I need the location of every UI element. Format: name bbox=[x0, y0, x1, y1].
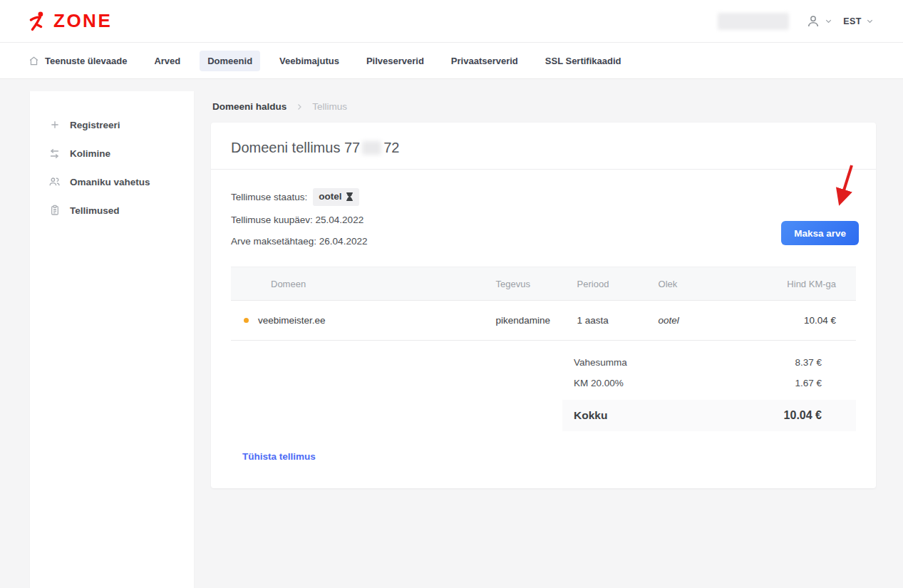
row-price: 10.04 € bbox=[731, 301, 856, 341]
row-state: ootel bbox=[650, 301, 731, 341]
nav-item-ssl-sertifikaadid[interactable]: SSL Sertifikaadid bbox=[537, 51, 629, 71]
nav-item-label: Arved bbox=[154, 56, 180, 66]
order-card: Domeeni tellimus 7772 Tellimuse staatus:… bbox=[211, 123, 876, 488]
content: Domeeni haldus Tellimus Domeeni tellimus… bbox=[211, 101, 876, 488]
column-header-domeen: Domeen bbox=[231, 267, 487, 301]
chevron-down-icon bbox=[824, 16, 833, 26]
transfer-icon bbox=[48, 148, 61, 160]
nav-item-label: Teenuste ülevaade bbox=[45, 56, 127, 66]
nav-item-label: Domeenid bbox=[207, 56, 252, 66]
nav-item-label: Pilveserverid bbox=[366, 56, 424, 66]
nav-item-label: Veebimajutus bbox=[279, 56, 339, 66]
sidebar-item-registreeri[interactable]: Registreeri bbox=[48, 110, 194, 139]
column-header-hind: Hind KM-ga bbox=[731, 267, 856, 301]
summary-subtotal-row: Vahesumma 8.37 € bbox=[562, 352, 856, 373]
breadcrumb-domeeni-haldus[interactable]: Domeeni haldus bbox=[212, 101, 287, 112]
nav-item-label: Privaatserverid bbox=[451, 56, 518, 66]
clipboard-icon bbox=[48, 205, 61, 216]
sidebar-item-kolimine[interactable]: Kolimine bbox=[48, 139, 194, 167]
total-label: Kokku bbox=[574, 409, 607, 422]
pay-invoice-button[interactable]: Maksa arve bbox=[781, 221, 859, 245]
column-header-olek: Olek bbox=[650, 267, 731, 301]
main-area: Registreeri Kolimine Omaniku vahetus bbox=[0, 79, 903, 588]
order-card-body: Tellimuse staatus: ootel Tellimuse kuupä… bbox=[211, 170, 876, 488]
nav-item-arved[interactable]: Arved bbox=[146, 51, 188, 71]
plus-icon bbox=[48, 119, 61, 130]
total-value: 10.04 € bbox=[784, 409, 822, 422]
nav-item-teenuste-ulevaade[interactable]: Teenuste ülevaade bbox=[21, 51, 135, 71]
sidebar: Registreeri Kolimine Omaniku vahetus bbox=[30, 91, 194, 588]
brand-wordmark: ZONE bbox=[53, 11, 112, 31]
sidebar-item-tellimused[interactable]: Tellimused bbox=[48, 196, 194, 225]
home-icon bbox=[29, 56, 39, 66]
cancel-order-link[interactable]: Tühista tellimus bbox=[242, 451, 316, 462]
nav-item-veebimajutus[interactable]: Veebimajutus bbox=[272, 51, 347, 71]
row-action: pikendamine bbox=[487, 301, 569, 341]
runner-icon bbox=[29, 11, 48, 32]
language-label: EST bbox=[843, 16, 862, 26]
redacted-account-name bbox=[718, 13, 789, 30]
nav-item-pilveserverid[interactable]: Pilveserverid bbox=[358, 51, 432, 71]
language-selector[interactable]: EST bbox=[843, 16, 874, 26]
order-card-header: Domeeni tellimus 7772 bbox=[211, 123, 876, 170]
table-header-row: Domeen Tegevus Periood Olek Hind KM-ga bbox=[231, 267, 856, 301]
status-badge: ootel bbox=[313, 188, 358, 206]
row-period: 1 aasta bbox=[569, 301, 650, 341]
chevron-right-icon bbox=[295, 103, 304, 111]
sidebar-item-label: Registreeri bbox=[70, 120, 120, 130]
breadcrumb: Domeeni haldus Tellimus bbox=[211, 101, 876, 112]
summary-total-row: Kokku 10.04 € bbox=[562, 400, 856, 431]
nav-item-label: SSL Sertifikaadid bbox=[545, 56, 621, 66]
sidebar-item-label: Omaniku vahetus bbox=[70, 177, 150, 187]
order-status-line: Tellimuse staatus: ootel bbox=[231, 188, 856, 206]
order-date-line: Tellimuse kuupäev: 25.04.2022 bbox=[231, 213, 856, 227]
people-icon bbox=[48, 175, 61, 188]
sidebar-item-label: Tellimused bbox=[70, 205, 120, 216]
nav-item-privaatserverid[interactable]: Privaatserverid bbox=[443, 51, 526, 71]
top-header: ZONE EST bbox=[0, 0, 903, 43]
chevron-down-icon bbox=[865, 16, 874, 26]
invoice-due-line: Arve maksetähtaeg: 26.04.2022 bbox=[231, 234, 856, 249]
nav-item-domeenid[interactable]: Domeenid bbox=[200, 51, 260, 71]
page-title: Domeeni tellimus 7772 bbox=[231, 140, 856, 156]
breadcrumb-current: Tellimus bbox=[312, 101, 347, 112]
sidebar-item-omaniku-vahetus[interactable]: Omaniku vahetus bbox=[48, 167, 194, 196]
zone-logo[interactable]: ZONE bbox=[29, 11, 112, 32]
user-menu[interactable] bbox=[806, 14, 833, 29]
column-header-periood: Periood bbox=[569, 267, 650, 301]
status-dot-icon bbox=[244, 318, 249, 323]
summary-vat-row: KM 20.00% 1.67 € bbox=[562, 373, 856, 393]
hourglass-icon bbox=[346, 192, 354, 202]
sidebar-item-label: Kolimine bbox=[70, 148, 110, 159]
user-icon bbox=[806, 14, 820, 29]
order-summary: Vahesumma 8.37 € KM 20.00% 1.67 € Kokku … bbox=[562, 352, 856, 431]
domain-name: veebimeister.ee bbox=[258, 315, 326, 326]
column-header-tegevus: Tegevus bbox=[487, 267, 569, 301]
table-row: veebimeister.ee pikendamine 1 aasta oote… bbox=[231, 301, 856, 341]
redacted-order-digits bbox=[362, 141, 381, 155]
order-status-label: Tellimuse staatus: bbox=[231, 190, 307, 205]
main-nav: Teenuste ülevaade Arved Domeenid Veebima… bbox=[0, 43, 903, 79]
order-items-table: Domeen Tegevus Periood Olek Hind KM-ga bbox=[231, 267, 856, 341]
